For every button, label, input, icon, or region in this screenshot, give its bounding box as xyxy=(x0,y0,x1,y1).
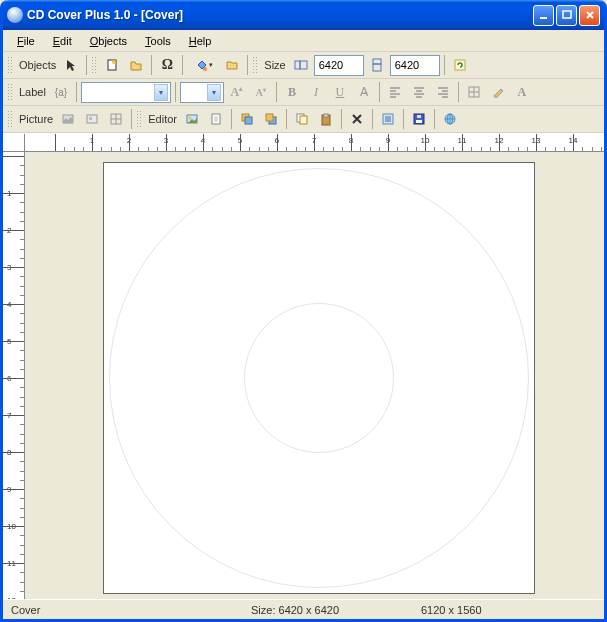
app-icon xyxy=(7,7,23,23)
separator xyxy=(247,55,248,75)
folder-button[interactable] xyxy=(221,54,243,76)
picture-button-3[interactable] xyxy=(105,108,127,130)
pointer-tool-button[interactable] xyxy=(60,54,82,76)
font-increase-button[interactable]: A▴ xyxy=(226,81,248,103)
grip-icon[interactable] xyxy=(136,110,142,128)
height-input[interactable] xyxy=(390,55,440,76)
svg-point-4 xyxy=(203,67,207,71)
grip-icon[interactable] xyxy=(7,56,13,74)
grip-icon[interactable] xyxy=(7,83,13,101)
grid-button[interactable] xyxy=(463,81,485,103)
paint-bucket-button[interactable]: ▾ xyxy=(187,54,219,76)
grip-icon[interactable] xyxy=(252,56,258,74)
cover-page[interactable] xyxy=(103,162,535,594)
separator xyxy=(151,55,152,75)
ruler-corner xyxy=(3,134,25,152)
ruler-vertical[interactable]: 123456789101112 xyxy=(3,152,25,599)
font-decrease-button[interactable]: A▾ xyxy=(250,81,272,103)
copy-button[interactable] xyxy=(291,108,313,130)
status-size: Size: 6420 x 6420 xyxy=(243,600,413,619)
separator xyxy=(131,109,132,129)
separator xyxy=(276,82,277,102)
svg-rect-1 xyxy=(563,11,571,18)
menu-tools[interactable]: Tools xyxy=(137,33,179,49)
open-folder-button[interactable] xyxy=(125,54,147,76)
svg-rect-5 xyxy=(295,61,300,69)
svg-rect-19 xyxy=(245,117,252,124)
align-center-button[interactable] xyxy=(408,81,430,103)
align-right-button[interactable] xyxy=(432,81,454,103)
svg-rect-8 xyxy=(373,64,381,71)
ruler-horizontal[interactable]: 1234567891011121314 xyxy=(25,134,604,152)
separator xyxy=(86,55,87,75)
symbol-button[interactable]: Ω xyxy=(156,54,178,76)
svg-rect-28 xyxy=(416,120,422,123)
picture-button-1[interactable] xyxy=(57,108,79,130)
svg-point-3 xyxy=(112,60,116,64)
objects-label: Objects xyxy=(17,59,58,71)
editor-label: Editor xyxy=(146,113,179,125)
svg-rect-6 xyxy=(300,61,307,69)
toolbar-label: Label {a} ▾ ▾ A▴ A▾ B I U A̵ A xyxy=(3,79,604,106)
refresh-button[interactable] xyxy=(449,54,471,76)
label-label: Label xyxy=(17,86,48,98)
cd-inner-circle xyxy=(244,303,394,453)
canvas-area[interactable] xyxy=(25,152,604,599)
globe-button[interactable] xyxy=(439,108,461,130)
close-button[interactable] xyxy=(579,5,600,26)
menu-objects[interactable]: Objects xyxy=(82,33,135,49)
grip-icon[interactable] xyxy=(7,110,13,128)
separator xyxy=(434,109,435,129)
grip-icon[interactable] xyxy=(91,56,97,74)
font-combo[interactable]: ▾ xyxy=(81,82,171,103)
menu-edit[interactable]: Edit xyxy=(45,33,80,49)
svg-rect-25 xyxy=(324,114,328,117)
variable-button[interactable]: {a} xyxy=(50,81,72,103)
new-page-button[interactable] xyxy=(101,54,123,76)
pencil-button[interactable] xyxy=(487,81,509,103)
height-icon xyxy=(366,54,388,76)
strike-button[interactable]: A̵ xyxy=(353,81,375,103)
page-button[interactable] xyxy=(205,108,227,130)
workspace: 1234567891011121314 123456789101112 xyxy=(3,133,604,599)
bring-front-button[interactable] xyxy=(260,108,282,130)
send-back-button[interactable] xyxy=(236,108,258,130)
window-title: CD Cover Plus 1.0 - [Cover] xyxy=(27,8,533,22)
svg-rect-13 xyxy=(89,117,92,120)
align-left-button[interactable] xyxy=(384,81,406,103)
maximize-button[interactable] xyxy=(556,5,577,26)
toolbar-picture: Picture Editor xyxy=(3,106,604,133)
menu-file[interactable]: File xyxy=(9,33,43,49)
bold-button[interactable]: B xyxy=(281,81,303,103)
separator xyxy=(182,55,183,75)
width-icon xyxy=(290,54,312,76)
svg-rect-0 xyxy=(540,17,547,19)
titlebar[interactable]: CD Cover Plus 1.0 - [Cover] xyxy=(3,0,604,30)
minimize-button[interactable] xyxy=(533,5,554,26)
paste-button[interactable] xyxy=(315,108,337,130)
separator xyxy=(403,109,404,129)
separator xyxy=(231,109,232,129)
size-label: Size xyxy=(262,59,287,71)
delete-button[interactable] xyxy=(346,108,368,130)
status-position: 6120 x 1560 xyxy=(413,600,490,619)
italic-button[interactable]: I xyxy=(305,81,327,103)
save-button[interactable] xyxy=(408,108,430,130)
properties-button[interactable] xyxy=(377,108,399,130)
font-color-button[interactable]: A xyxy=(511,81,533,103)
separator xyxy=(175,82,176,102)
svg-rect-23 xyxy=(300,116,307,124)
toolbar-objects: Objects Ω ▾ Size xyxy=(3,52,604,79)
picture-label: Picture xyxy=(17,113,55,125)
image-button[interactable] xyxy=(181,108,203,130)
underline-button[interactable]: U xyxy=(329,81,351,103)
separator xyxy=(76,82,77,102)
menu-help[interactable]: Help xyxy=(181,33,220,49)
separator xyxy=(372,109,373,129)
separator xyxy=(341,109,342,129)
fontsize-combo[interactable]: ▾ xyxy=(180,82,224,103)
picture-button-2[interactable] xyxy=(81,108,103,130)
svg-rect-7 xyxy=(373,59,381,64)
separator xyxy=(444,55,445,75)
width-input[interactable] xyxy=(314,55,364,76)
